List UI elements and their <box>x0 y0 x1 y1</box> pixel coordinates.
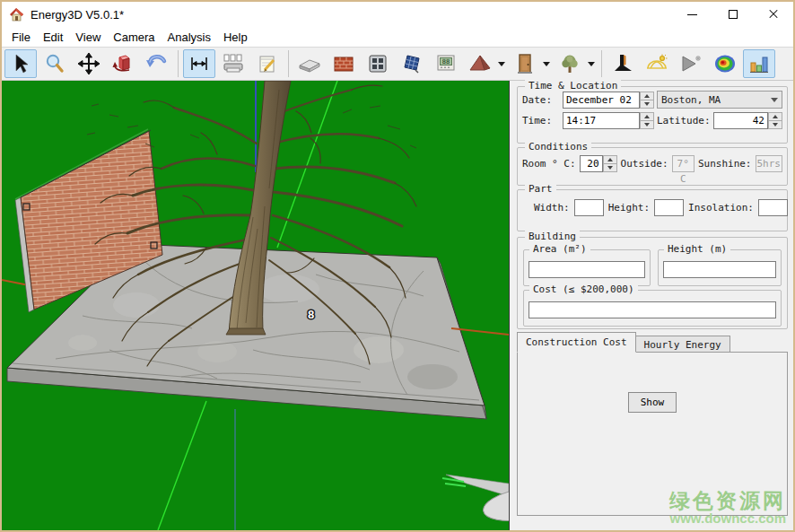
time-location-title: Time & Location <box>525 80 621 92</box>
tree-button[interactable] <box>554 49 586 78</box>
maximize-button[interactable] <box>712 2 753 27</box>
building-cost-input[interactable] <box>529 301 776 318</box>
heliodon-icon <box>645 53 668 74</box>
zoom-button[interactable] <box>39 49 71 78</box>
building-height-input[interactable] <box>663 261 776 278</box>
up-arrow-icon <box>644 94 650 98</box>
print-pages-button[interactable] <box>217 49 249 78</box>
window-button[interactable] <box>362 49 394 78</box>
date-spin-down[interactable] <box>640 100 654 109</box>
roof-dropdown-icon[interactable] <box>498 62 505 66</box>
energy-chart-icon <box>748 53 770 74</box>
app-house-icon <box>9 7 24 22</box>
room-temp-input[interactable] <box>580 155 603 172</box>
sensor-button[interactable]: 88 <box>430 49 462 78</box>
minimize-button[interactable] <box>672 2 712 27</box>
window-title: Energy3D V5.0.1* <box>31 8 124 22</box>
menu-view[interactable]: View <box>69 29 107 46</box>
toolbar-separator <box>601 50 602 77</box>
tab-hourly-energy[interactable]: Hourly Energy <box>636 336 730 353</box>
door-button[interactable] <box>509 49 541 78</box>
time-input[interactable] <box>563 112 640 129</box>
heat-map-button[interactable] <box>709 49 741 78</box>
down-arrow-icon <box>644 102 650 106</box>
bottom-tabs: Construction Cost Hourly Energy <box>517 333 788 353</box>
menu-edit[interactable]: Edit <box>37 29 69 46</box>
scene-3d: 8 <box>2 81 509 530</box>
pan-icon <box>78 53 100 74</box>
menu-bar: File Edit View Camera Analysis Help <box>2 27 793 47</box>
part-insolation-input[interactable] <box>758 199 788 216</box>
menu-help[interactable]: Help <box>217 29 254 46</box>
heat-map-icon <box>713 53 737 74</box>
part-title: Part <box>525 183 556 195</box>
up-arrow-icon <box>644 115 650 118</box>
platform-button[interactable] <box>293 49 326 78</box>
part-height-label: Height: <box>608 202 650 214</box>
conditions-title: Conditions <box>525 141 591 153</box>
building-cost-group: Cost (≤ $200,000) <box>523 290 782 327</box>
select-icon <box>10 53 31 74</box>
menu-analysis[interactable]: Analysis <box>162 29 217 46</box>
building-cost-label: Cost (≤ $200,000) <box>529 283 638 295</box>
undo-button[interactable] <box>141 49 173 78</box>
sun-animation-button[interactable] <box>675 49 707 78</box>
city-value: Boston, MA <box>661 94 721 106</box>
outside-temp-label: Outside: <box>621 158 668 170</box>
heliodon-button[interactable] <box>641 49 673 78</box>
title-bar: Energy3D V5.0.1* <box>2 2 793 27</box>
pan-button[interactable] <box>73 49 105 78</box>
undo-icon <box>145 53 169 74</box>
time-spin-down[interactable] <box>640 121 654 129</box>
date-spin-up[interactable] <box>640 92 654 100</box>
door-icon <box>515 53 535 74</box>
menu-file[interactable]: File <box>5 29 37 46</box>
shadow-button[interactable] <box>607 49 639 78</box>
building-area-input[interactable] <box>529 261 645 278</box>
building-title: Building <box>525 231 580 242</box>
latitude-input[interactable] <box>713 112 768 129</box>
time-spin-up[interactable] <box>640 112 654 121</box>
chevron-down-icon <box>771 98 778 102</box>
time-spinner <box>563 112 654 129</box>
close-button[interactable] <box>753 2 793 27</box>
part-group: Part Width: Height: Insolation: <box>517 189 788 231</box>
sensor-icon: 88 <box>435 53 457 74</box>
building-height-group: Height (m) <box>658 249 782 286</box>
down-arrow-icon <box>644 123 650 126</box>
rotate-button[interactable] <box>107 49 139 78</box>
latitude-spinner <box>713 112 782 129</box>
viewport-3d[interactable]: 8 <box>2 81 510 530</box>
roof-button[interactable] <box>464 49 496 78</box>
menu-camera[interactable]: Camera <box>107 29 161 46</box>
maximize-icon <box>729 10 738 19</box>
date-spinner <box>563 92 654 109</box>
part-width-label: Width: <box>534 202 570 214</box>
toolbar-separator <box>288 50 289 77</box>
close-icon <box>768 9 779 20</box>
zoom-icon <box>44 53 66 74</box>
up-arrow-icon <box>607 158 613 161</box>
sunshine-label: Sunshine: <box>698 158 752 170</box>
solar-panel-button[interactable] <box>396 49 428 78</box>
tree-dropdown-icon[interactable] <box>588 62 595 66</box>
wall-button[interactable] <box>328 49 360 78</box>
minimize-icon <box>687 14 697 15</box>
part-height-input[interactable] <box>654 199 684 216</box>
select-button[interactable] <box>4 49 37 78</box>
door-dropdown-icon[interactable] <box>543 62 550 66</box>
tab-construction-cost[interactable]: Construction Cost <box>517 332 636 353</box>
sun-animation-icon <box>679 53 703 74</box>
annotate-button[interactable] <box>251 49 284 78</box>
latitude-spin-up[interactable] <box>768 112 782 121</box>
room-temp-spin-up[interactable] <box>603 155 617 164</box>
part-width-input[interactable] <box>574 199 604 216</box>
latitude-spin-down[interactable] <box>768 121 782 129</box>
date-input[interactable] <box>563 92 640 109</box>
measure-button[interactable] <box>183 49 215 78</box>
city-select[interactable]: Boston, MA <box>657 91 782 109</box>
room-temp-spin-down[interactable] <box>603 164 617 172</box>
show-button[interactable]: Show <box>628 392 677 413</box>
energy-chart-button[interactable] <box>743 49 775 78</box>
time-location-group: Time & Location Date: Boston, MA <box>517 86 788 144</box>
